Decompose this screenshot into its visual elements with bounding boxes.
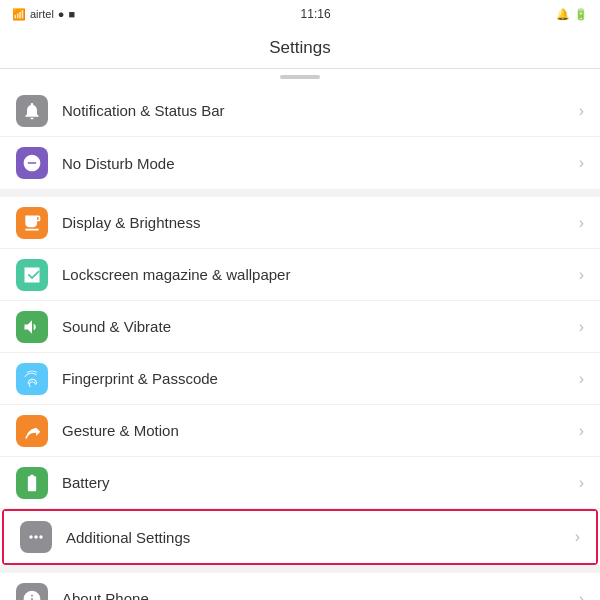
scroll-indicator	[0, 69, 600, 85]
status-time: 11:16	[301, 7, 331, 21]
lockscreen-icon	[16, 259, 48, 291]
page-title: Settings	[0, 28, 600, 69]
notification-status-bar-label: Notification & Status Bar	[62, 102, 579, 119]
carrier-label: airtel	[30, 8, 54, 20]
fingerprint-passcode-item[interactable]: Fingerprint & Passcode ›	[0, 353, 600, 405]
chevron-icon: ›	[579, 590, 584, 601]
gesture-motion-item[interactable]: Gesture & Motion ›	[0, 405, 600, 457]
gesture-motion-label: Gesture & Motion	[62, 422, 579, 439]
gesture-icon	[16, 415, 48, 447]
dnd-icon	[16, 147, 48, 179]
notifications-section: Notification & Status Bar › No Disturb M…	[0, 85, 600, 189]
alarm-icon: 🔔	[556, 8, 570, 21]
scroll-line	[280, 75, 320, 79]
lockscreen-wallpaper-item[interactable]: Lockscreen magazine & wallpaper ›	[0, 249, 600, 301]
additional-settings-label: Additional Settings	[66, 529, 575, 546]
battery-label: Battery	[62, 474, 579, 491]
additional-settings-highlight: Additional Settings ›	[2, 509, 598, 565]
status-left: 📶 airtel ● ■	[12, 8, 75, 21]
status-bar: 📶 airtel ● ■ 11:16 🔔 🔋	[0, 0, 600, 28]
display-section: Display & Brightness › Lockscreen magazi…	[0, 197, 600, 565]
chevron-icon: ›	[579, 370, 584, 388]
sound-vibrate-label: Sound & Vibrate	[62, 318, 579, 335]
chevron-icon: ›	[579, 214, 584, 232]
display-brightness-label: Display & Brightness	[62, 214, 579, 231]
signal-icon: 📶	[12, 8, 26, 21]
fingerprint-icon	[16, 363, 48, 395]
notification-status-bar-item[interactable]: Notification & Status Bar ›	[0, 85, 600, 137]
status-right: 🔔 🔋	[556, 8, 588, 21]
chevron-icon: ›	[579, 266, 584, 284]
additional-settings-item[interactable]: Additional Settings ›	[4, 511, 596, 563]
chevron-icon: ›	[579, 474, 584, 492]
display-icon	[16, 207, 48, 239]
sound-vibrate-item[interactable]: Sound & Vibrate ›	[0, 301, 600, 353]
chevron-icon: ›	[579, 422, 584, 440]
lockscreen-wallpaper-label: Lockscreen magazine & wallpaper	[62, 266, 579, 283]
about-section: About Phone › System Updates ›	[0, 573, 600, 600]
about-icon	[16, 583, 48, 601]
chevron-icon: ›	[575, 528, 580, 546]
wifi-icon: ●	[58, 8, 65, 20]
chevron-icon: ›	[579, 318, 584, 336]
no-disturb-label: No Disturb Mode	[62, 155, 579, 172]
display-brightness-item[interactable]: Display & Brightness ›	[0, 197, 600, 249]
additional-icon	[20, 521, 52, 553]
notification-icon	[16, 95, 48, 127]
about-phone-item[interactable]: About Phone ›	[0, 573, 600, 600]
chevron-icon: ›	[579, 102, 584, 120]
chevron-icon: ›	[579, 154, 584, 172]
sound-icon	[16, 311, 48, 343]
bt-icon: ■	[69, 8, 76, 20]
battery-item[interactable]: Battery ›	[0, 457, 600, 509]
no-disturb-item[interactable]: No Disturb Mode ›	[0, 137, 600, 189]
about-phone-label: About Phone	[62, 590, 579, 600]
battery-icon: 🔋	[574, 8, 588, 21]
battery-icon	[16, 467, 48, 499]
fingerprint-passcode-label: Fingerprint & Passcode	[62, 370, 579, 387]
